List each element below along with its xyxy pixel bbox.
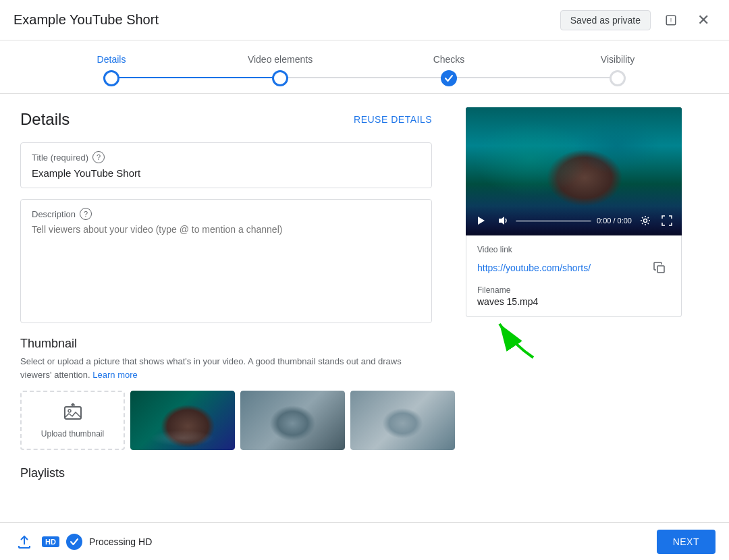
svg-point-3	[68, 410, 71, 412]
copy-link-button[interactable]	[649, 257, 670, 279]
check-circle-footer	[66, 534, 82, 550]
settings-button[interactable]	[637, 213, 653, 229]
svg-rect-2	[65, 407, 81, 419]
annotation-container	[466, 310, 682, 367]
filename-label: Filename	[477, 285, 670, 295]
playlists-title: Playlists	[20, 466, 432, 480]
svg-text:!: !	[670, 17, 672, 24]
hd-badge: HD	[42, 536, 59, 547]
description-help-icon[interactable]: ?	[80, 208, 92, 220]
main-content: Details REUSE DETAILS Title (required) ?…	[0, 94, 729, 522]
thumbnail-option-3[interactable]	[350, 391, 455, 450]
flag-icon[interactable]: !	[659, 8, 683, 32]
left-panel: Details REUSE DETAILS Title (required) ?…	[0, 94, 452, 522]
step-visibility[interactable]: Visibility	[533, 54, 702, 86]
volume-button[interactable]	[494, 213, 510, 229]
description-field-group: Description ?	[20, 199, 432, 323]
video-controls: 0:00 / 0:00	[466, 206, 682, 235]
video-info: Video link https://youtube.com/shorts/ F…	[466, 235, 682, 317]
step-video-elements[interactable]: Video elements	[196, 54, 364, 86]
saved-status-badge: Saved as private	[560, 10, 651, 30]
description-label-text: Description	[32, 209, 76, 219]
video-player: 0:00 / 0:00	[466, 107, 682, 235]
step-video-elements-circle	[272, 70, 288, 86]
thumbnail-title: Thumbnail	[20, 337, 432, 351]
step-line-3	[449, 77, 618, 78]
processing-text: Processing HD	[89, 536, 152, 547]
section-header: Details REUSE DETAILS	[20, 110, 432, 129]
svg-marker-5	[478, 217, 485, 225]
thumbnail-section: Thumbnail Select or upload a picture tha…	[20, 337, 432, 450]
upload-icon-footer	[14, 531, 35, 553]
steps-nav: Details Video elements Checks Visibility	[0, 40, 729, 94]
upload-thumbnail-label: Upload thumbnail	[41, 429, 104, 439]
filename-value: waves 15.mp4	[477, 296, 670, 307]
footer: HD Processing HD NEXT	[0, 522, 729, 560]
title-help-icon[interactable]: ?	[92, 151, 105, 163]
step-checks-label: Checks	[433, 54, 465, 65]
section-title: Details	[20, 110, 70, 129]
step-line-2	[280, 77, 449, 78]
time-display: 0:00 / 0:00	[597, 217, 632, 225]
footer-left: HD Processing HD	[14, 531, 152, 553]
title-label: Title (required) ?	[32, 151, 421, 163]
step-checks-circle	[441, 70, 457, 86]
reuse-details-button[interactable]: REUSE DETAILS	[354, 114, 432, 125]
learn-more-link[interactable]: Learn more	[92, 370, 137, 380]
right-panel: 0:00 / 0:00 V	[452, 94, 695, 522]
green-arrow-icon	[479, 310, 560, 364]
page-title: Example YouTube Short	[14, 12, 159, 28]
thumbnail-option-1[interactable]	[130, 391, 235, 450]
step-details-circle	[103, 70, 119, 86]
thumbnail-row: Upload thumbnail	[20, 391, 432, 450]
description-input[interactable]	[32, 224, 421, 312]
progress-bar[interactable]	[516, 220, 591, 222]
video-link-url[interactable]: https://youtube.com/shorts/	[477, 262, 591, 273]
step-checks[interactable]: Checks	[364, 54, 533, 86]
header: Example YouTube Short Saved as private !…	[0, 0, 729, 40]
thumbnail-description: Select or upload a picture that shows wh…	[20, 355, 432, 381]
title-field-group: Title (required) ?	[20, 142, 432, 188]
svg-rect-8	[657, 266, 664, 273]
play-button[interactable]	[473, 213, 489, 229]
description-label: Description ?	[32, 208, 421, 220]
title-label-text: Title (required)	[32, 152, 88, 163]
header-right: Saved as private ! ✕	[560, 8, 716, 32]
svg-marker-6	[499, 217, 504, 225]
fullscreen-button[interactable]	[659, 213, 675, 229]
video-link-label: Video link	[477, 245, 670, 254]
step-visibility-circle	[610, 70, 626, 86]
close-icon[interactable]: ✕	[691, 8, 716, 32]
upload-image-icon	[63, 403, 82, 426]
thumbnail-option-2[interactable]	[240, 391, 345, 450]
step-video-elements-label: Video elements	[248, 54, 313, 65]
title-input[interactable]	[32, 167, 421, 179]
upload-thumbnail-button[interactable]: Upload thumbnail	[20, 391, 125, 450]
next-button[interactable]: NEXT	[657, 530, 716, 554]
step-details-label: Details	[97, 54, 126, 65]
step-details[interactable]: Details	[27, 54, 196, 86]
step-visibility-label: Visibility	[601, 54, 634, 65]
video-link-row: https://youtube.com/shorts/	[477, 257, 670, 279]
step-line-1	[111, 77, 280, 78]
svg-point-7	[644, 219, 647, 223]
